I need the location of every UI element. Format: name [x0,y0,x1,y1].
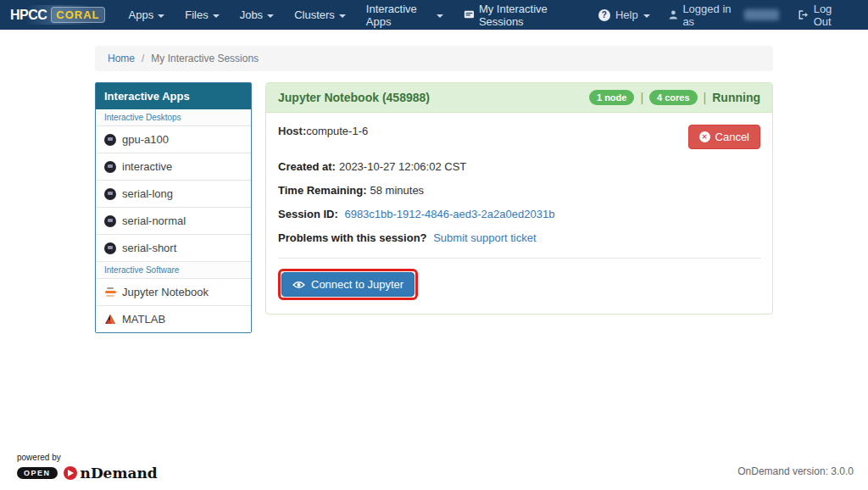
session-title: Jupyter Notebook (458988) [278,91,430,104]
host-field: Host:compute-1-6 [278,125,368,137]
sidebar-item-serial-short[interactable]: serial-short [96,235,251,262]
logged-in-as: Logged in as [659,3,788,28]
session-card: Jupyter Notebook (458988) 1 node | 4 cor… [265,82,773,315]
desktop-app-icon [104,215,116,227]
session-card-body: Host:compute-1-6 ✕ Cancel Created at:202… [266,113,772,314]
open-badge: OPEN [17,467,58,479]
sidebar-item-gpu-a100[interactable]: gpu-a100 [96,126,251,153]
session-id-field: Session ID: 6983c1bb-1912-4846-aed3-2a2a… [278,208,760,220]
problems-field: Problems with this session? Submit suppo… [278,231,760,244]
brand-coral: CORAL [51,7,104,23]
sidebar-item-jupyter-notebook[interactable]: Jupyter Notebook [96,279,251,306]
breadcrumb-home-link[interactable]: Home [108,53,135,64]
breadcrumb-separator: / [142,53,144,64]
interactive-apps-sidebar: Interactive Apps Interactive Desktops gp… [95,82,252,333]
sidebar-item-interactive[interactable]: interactive [96,153,251,181]
nav-item-interactive-apps[interactable]: Interactive Apps [356,0,453,30]
sidebar-item-matlab[interactable]: MATLAB [96,306,251,332]
desktop-app-icon [104,161,116,173]
chevron-down-icon [437,14,443,18]
created-at-field: Created at:2023-10-27 12:06:02 CST [278,160,760,173]
logout-icon [798,9,809,20]
matlab-icon [104,314,116,325]
sidebar-item-serial-normal[interactable]: serial-normal [96,208,251,235]
nav-item-apps[interactable]: Apps [119,0,175,30]
time-remaining-field: Time Remaining:58 minutes [278,184,760,197]
top-navbar: HPCC CORAL Apps Files Jobs Clusters Inte… [0,0,868,30]
navbar-right: ? Help Logged in as Log Out [589,0,858,30]
submit-support-ticket-link[interactable]: Submit support ticket [433,231,536,244]
sidebar-section-interactive-software: Interactive Software [96,262,251,279]
user-icon [669,9,678,20]
nav-item-files[interactable]: Files [175,0,229,30]
username-redacted [744,9,779,20]
sessions-window-icon [464,9,475,20]
desktop-app-icon [104,134,116,146]
sidebar-section-interactive-desktops: Interactive Desktops [96,109,251,126]
card-divider [278,258,760,259]
desktop-app-icon [104,242,116,254]
help-icon: ? [598,9,610,21]
node-count-badge: 1 node [589,90,634,105]
status-running: Running [712,91,760,104]
cancel-x-icon: ✕ [699,131,710,142]
jupyter-icon [104,287,116,298]
main-nav: Apps Files Jobs Clusters Interactive App… [119,0,589,30]
session-status-group: 1 node | 4 cores | Running [589,90,760,105]
sidebar-title: Interactive Apps [96,83,251,109]
ondemand-o-icon [64,466,77,480]
ondemand-wordmark: nDemand [81,465,158,482]
chevron-down-icon [267,14,274,18]
cancel-button[interactable]: ✕ Cancel [688,125,760,149]
sidebar-item-serial-long[interactable]: serial-long [96,181,251,208]
breadcrumb: Home / My Interactive Sessions [95,46,773,71]
version-text: OnDemand version: 3.0.0 [737,465,854,477]
nav-item-clusters[interactable]: Clusters [284,0,356,30]
ondemand-footer-logo: powered by OPEN nDemand [17,453,158,482]
brand-hpcc: HPCC [10,8,47,23]
chevron-down-icon [158,14,164,18]
nav-item-my-interactive-sessions[interactable]: My Interactive Sessions [453,0,589,30]
brand-logo[interactable]: HPCC CORAL [5,5,112,25]
chevron-down-icon [643,14,650,18]
breadcrumb-current: My Interactive Sessions [151,53,259,64]
chevron-down-icon [339,14,346,18]
nav-item-jobs[interactable]: Jobs [230,0,284,30]
nav-item-help[interactable]: ? Help [589,8,659,21]
powered-by-label: powered by [17,453,158,462]
session-id-link[interactable]: 6983c1bb-1912-4846-aed3-2a2a0ed2031b [344,208,554,220]
connect-highlight-box: Connect to Jupyter [278,269,418,300]
desktop-app-icon [104,188,116,200]
eye-icon [292,281,305,289]
connect-to-jupyter-button[interactable]: Connect to Jupyter [281,272,415,297]
nav-item-logout[interactable]: Log Out [788,3,858,28]
chevron-down-icon [213,14,220,18]
core-count-badge: 4 cores [649,90,698,105]
session-card-header: Jupyter Notebook (458988) 1 node | 4 cor… [266,83,772,113]
